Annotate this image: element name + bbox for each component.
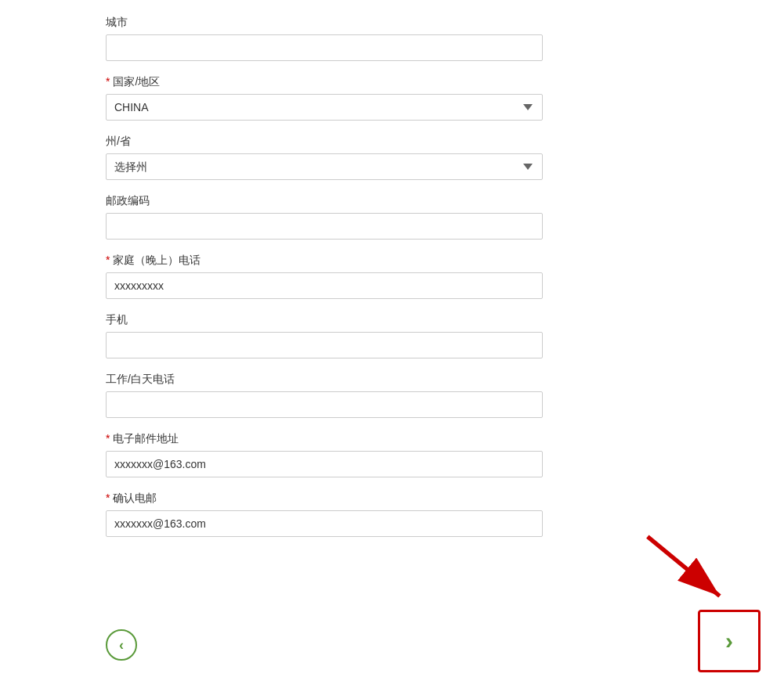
- email-input[interactable]: [106, 451, 543, 477]
- home-phone-input[interactable]: [106, 272, 543, 299]
- email-group: *电子邮件地址: [106, 432, 678, 477]
- confirm-email-label: *确认电邮: [106, 492, 678, 506]
- form-container: 城市 *国家/地区 CHINA USA UK JAPAN KOREA 州/省 选…: [0, 0, 784, 614]
- required-star-confirm-email: *: [106, 492, 110, 504]
- next-button-wrapper: ›: [698, 610, 761, 672]
- work-phone-group: 工作/白天电话: [106, 373, 678, 418]
- home-phone-label: *家庭（晚上）电话: [106, 254, 678, 268]
- next-icon: ›: [725, 628, 733, 654]
- postal-code-label: 邮政编码: [106, 194, 678, 208]
- home-phone-group: *家庭（晚上）电话: [106, 254, 678, 299]
- country-label: *国家/地区: [106, 75, 678, 89]
- city-label: 城市: [106, 16, 678, 30]
- city-group: 城市: [106, 16, 678, 61]
- mobile-group: 手机: [106, 313, 678, 358]
- next-button[interactable]: ›: [698, 610, 761, 672]
- postal-code-input[interactable]: [106, 213, 543, 240]
- required-star-country: *: [106, 75, 110, 88]
- country-select[interactable]: CHINA USA UK JAPAN KOREA: [106, 94, 543, 121]
- city-input[interactable]: [106, 34, 543, 61]
- country-group: *国家/地区 CHINA USA UK JAPAN KOREA: [106, 75, 678, 121]
- prev-button-wrapper: ‹: [106, 629, 137, 661]
- province-select[interactable]: 选择州: [106, 153, 543, 180]
- mobile-label: 手机: [106, 313, 678, 327]
- work-phone-label: 工作/白天电话: [106, 373, 678, 387]
- prev-button[interactable]: ‹: [106, 629, 137, 661]
- required-star-home-phone: *: [106, 254, 110, 266]
- mobile-input[interactable]: [106, 332, 543, 358]
- email-label: *电子邮件地址: [106, 432, 678, 446]
- postal-code-group: 邮政编码: [106, 194, 678, 240]
- confirm-email-input[interactable]: [106, 510, 543, 537]
- work-phone-input[interactable]: [106, 391, 543, 418]
- province-group: 州/省 选择州: [106, 135, 678, 180]
- prev-icon: ‹: [119, 637, 124, 654]
- province-label: 州/省: [106, 135, 678, 149]
- required-star-email: *: [106, 432, 110, 445]
- confirm-email-group: *确认电邮: [106, 492, 678, 537]
